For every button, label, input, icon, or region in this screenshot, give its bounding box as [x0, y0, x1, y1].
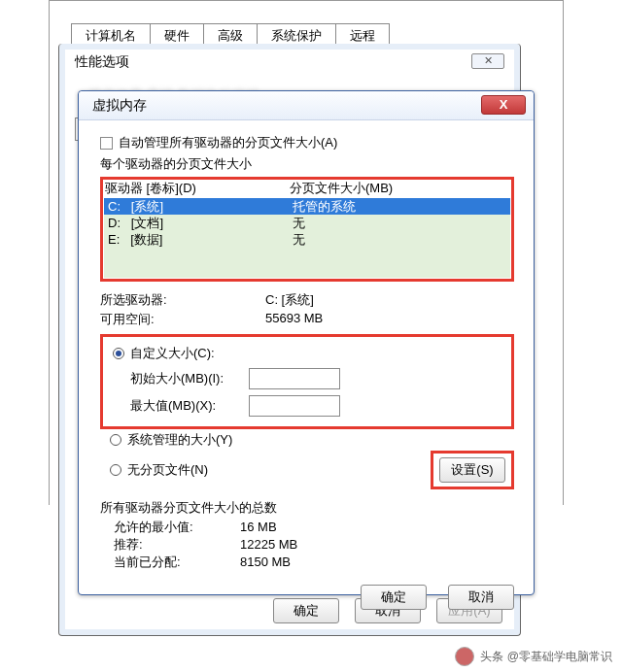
watermark-footer: 头条 @零基础学电脑常识 [455, 647, 612, 666]
radio-custom-size[interactable] [113, 348, 124, 359]
vm-close-button[interactable]: X [481, 95, 526, 115]
selected-drive-value: C: [系统] [265, 291, 314, 309]
free-space-label: 可用空间: [100, 311, 265, 328]
col-size-header: 分页文件大小(MB) [290, 180, 393, 197]
vm-cancel-button[interactable]: 取消 [448, 585, 514, 610]
set-button-highlight: 设置(S) [431, 451, 514, 489]
drive-list-highlight: 驱动器 [卷标](D) 分页文件大小(MB) C: [系统] 托管的系统 D: … [100, 177, 514, 282]
each-drive-heading: 每个驱动器的分页文件大小 [100, 155, 514, 173]
radio-system-label: 系统管理的大小(Y) [127, 431, 232, 449]
vm-titlebar: 虚拟内存 X [79, 91, 534, 120]
drive-row-e[interactable]: E: [数据] 无 [104, 231, 510, 248]
radio-no-paging-label: 无分页文件(N) [127, 461, 208, 479]
perf-close-button[interactable]: ✕ [471, 53, 504, 69]
currently-allocated-value: 8150 MB [240, 554, 291, 571]
totals-heading: 所有驱动器分页文件大小的总数 [100, 499, 514, 517]
vm-title-text: 虚拟内存 [92, 97, 147, 115]
initial-size-label: 初始大小(MB)(I): [130, 370, 247, 387]
radio-custom-label: 自定义大小(C): [130, 345, 215, 362]
free-space-value: 55693 MB [265, 311, 323, 328]
radio-system-managed[interactable] [110, 434, 121, 446]
set-button[interactable]: 设置(S) [439, 457, 505, 483]
currently-allocated-label: 当前已分配: [114, 554, 240, 571]
col-drive-header: 驱动器 [卷标](D) [105, 180, 290, 197]
auto-manage-label: 自动管理所有驱动器的分页文件大小(A) [119, 134, 337, 151]
vm-ok-button[interactable]: 确定 [361, 585, 427, 610]
max-size-label: 最大值(MB)(X): [130, 397, 247, 415]
radio-no-paging[interactable] [110, 464, 121, 476]
avatar-icon [455, 647, 474, 666]
totals-block: 允许的最小值:16 MB 推荐:12225 MB 当前已分配:8150 MB [114, 519, 514, 571]
initial-size-input[interactable] [249, 368, 340, 389]
min-allowed-value: 16 MB [240, 519, 277, 536]
recommended-label: 推荐: [114, 536, 240, 554]
drive-row-d[interactable]: D: [文档] 无 [104, 215, 510, 231]
selected-drive-label: 所选驱动器: [100, 291, 265, 309]
watermark-text: 头条 @零基础学电脑常识 [480, 649, 612, 665]
perf-title: 性能选项 [75, 53, 129, 71]
min-allowed-label: 允许的最小值: [114, 519, 240, 536]
virtual-memory-dialog: 虚拟内存 X 自动管理所有驱动器的分页文件大小(A) 每个驱动器的分页文件大小 … [78, 90, 535, 595]
custom-size-highlight: 自定义大小(C): 初始大小(MB)(I): 最大值(MB)(X): [100, 334, 514, 429]
drive-row-c[interactable]: C: [系统] 托管的系统 [104, 198, 510, 215]
max-size-input[interactable] [249, 395, 340, 417]
auto-manage-checkbox[interactable] [100, 137, 113, 150]
recommended-value: 12225 MB [240, 536, 297, 554]
drive-list[interactable]: C: [系统] 托管的系统 D: [文档] 无 E: [数据] 无 [103, 197, 511, 279]
